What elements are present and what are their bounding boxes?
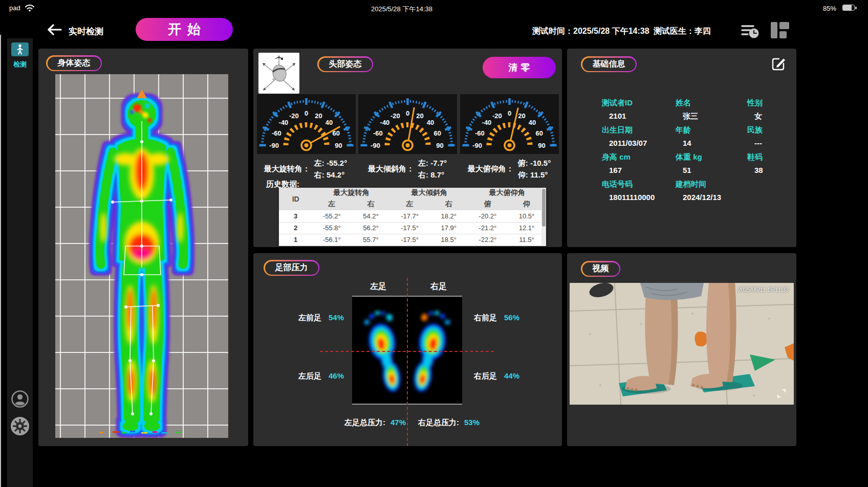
field-gender: 性别 女 [747,98,793,121]
stat-left-forefoot: 左前足 54% [298,313,344,323]
head-posture-panel: 头部姿态 清零 -90-60-40-20020406090 -90-60-40-… [253,49,562,247]
video-title-pill: 视频 [581,261,620,277]
svg-text:20: 20 [315,112,322,120]
table-row: 1 -56.1°55.7° -17.5°18.5° -22.2°11.5° [279,234,546,246]
svg-text:-60: -60 [272,129,281,137]
head-axes-diagram [258,53,299,94]
doctor-label: 测试医生： [654,27,695,35]
video-panel: 视频 [567,253,796,446]
foot-center-hline [320,351,494,352]
sidebar-item-detect[interactable] [11,42,29,56]
foot-center-vline [407,278,408,446]
svg-text:-40: -40 [279,119,289,126]
svg-text:20: 20 [416,112,423,120]
gauge-pitch: -90-60-40-20020406090 [460,94,559,154]
svg-text:-20: -20 [492,112,502,120]
body-posture-panel: 身体姿态 [38,49,248,446]
page-title: 实时检测 [69,26,103,37]
test-time-value: 2025/5/28 下午14:38 [573,27,649,35]
svg-text:-20: -20 [289,112,299,120]
field-phone: 电话号码 18011110000 [602,180,674,202]
app-root: pad 2025/5/28 下午14:38 85% 实时检测 开始 测试时间：2… [0,0,868,487]
sidebar-item-detect-label: 检测 [7,60,33,69]
foot-pressure-title-pill: 足部压力 [264,260,319,276]
svg-text:0: 0 [305,109,308,117]
body-posture-title-pill: 身体姿态 [46,55,102,71]
metric-pitch: 最大俯仰角： 俯: -10.5° 仰: 11.5° [458,157,560,181]
col-group-pitch: 最大俯仰角 [468,188,546,198]
settings-gear-icon[interactable] [10,416,30,436]
doctor-value: 李四 [695,27,711,35]
svg-text:60: 60 [433,129,441,137]
layout-dashboard-icon[interactable] [771,21,789,39]
video-timestamp: 2025/06/11 15:11:33 [738,286,789,293]
head-posture-title-pill: 头部姿态 [317,56,373,72]
table-scrollbar[interactable] [541,188,546,246]
field-height: 身高 cm 167 [602,152,674,174]
field-shoe-size: 鞋码 38 [747,152,793,174]
video-title: 视频 [582,262,619,276]
gauge-tilt: -90-60-40-20020406090 [358,94,457,154]
svg-text:40: 40 [427,119,434,126]
device-name: pad [9,4,20,12]
svg-text:-60: -60 [373,129,383,137]
screen-edge-line [0,35,1,487]
svg-text:-40: -40 [380,119,390,126]
stat-right-rearfoot: 右后足 44% [474,371,519,381]
user-profile-icon[interactable] [10,389,30,409]
start-button[interactable]: 开始 [136,18,233,41]
stat-right-forefoot: 右前足 56% [474,313,519,323]
svg-text:-90: -90 [472,142,482,149]
foot-pressure-panel: 足部压力 左足 右足 [253,253,562,446]
test-time: 测试时间：2025/5/28 下午14:38 [532,26,649,37]
basic-info-title: 基础信息 [582,58,636,71]
basic-info-panel: 基础信息 测试者ID 2101 姓名 张三 性别 女 出生日期 2011/03/… [567,49,796,247]
metric-tilt: 最大倾斜角： 左: -7.7° 右: 8.7° [356,157,459,181]
field-birthdate: 出生日期 2011/03/07 [602,125,674,147]
doctor: 测试医生：李四 [654,26,711,37]
field-age: 年龄 14 [676,125,747,147]
field-record-date: 建档时间 2024/12/13 [676,180,747,202]
person-icon [15,44,25,55]
col-id: ID [279,188,312,210]
right-foot-label: 右足 [430,281,447,292]
stat-left-rearfoot: 左后足 46% [298,371,344,381]
svg-text:-90: -90 [269,142,279,149]
video-frame: 2025/06/11 15:11:33 [570,283,794,405]
edit-icon[interactable] [770,56,787,72]
field-ethnicity: 民族 --- [747,125,793,147]
history-records-icon[interactable] [741,23,760,39]
total-left-foot-pressure: 左足总压力: 47% [344,418,406,428]
wifi-icon [25,4,35,12]
col-group-rotation: 最大旋转角 [312,188,390,198]
back-arrow-button[interactable] [46,23,62,36]
table-row: 2 -55.8°56.2° -17.5°17.9° -21.2°12.1° [279,222,546,234]
svg-text:40: 40 [529,119,536,126]
battery-percent: 85% [823,5,836,12]
fullscreen-icon[interactable] [776,388,787,399]
gauge-rotation: -90-60-40-20020406090 [257,94,356,154]
sidebar: 检测 [7,38,33,487]
svg-text:90: 90 [436,142,443,149]
svg-text:-40: -40 [482,119,492,126]
svg-text:60: 60 [535,129,542,137]
head-posture-title: 头部姿态 [319,58,372,71]
svg-text:90: 90 [335,142,342,149]
field-weight: 体重 kg 51 [676,152,747,174]
svg-text:-90: -90 [371,142,380,149]
svg-text:-60: -60 [475,129,485,137]
field-tester-id: 测试者ID 2101 [602,98,674,120]
battery-icon [842,5,855,11]
basic-info-title-pill: 基础信息 [581,56,637,72]
field-name: 姓名 张三 [676,98,747,121]
svg-text:0: 0 [508,109,511,117]
clear-button[interactable]: 清零 [483,57,556,78]
test-time-label: 测试时间： [532,27,573,35]
table-row: 3 -55.2°54.2° -17.7°18.2° -20.2°10.5° [279,210,546,222]
body-thermal-image [55,74,228,438]
left-foot-label: 左足 [370,281,386,292]
metric-rotation: 最大旋转角： 左: -55.2° 右: 54.2° [254,157,357,181]
col-group-tilt: 最大倾斜角 [390,188,468,198]
svg-text:-20: -20 [390,112,400,120]
statusbar-datetime: 2025/5/28 下午14:38 [351,5,453,14]
